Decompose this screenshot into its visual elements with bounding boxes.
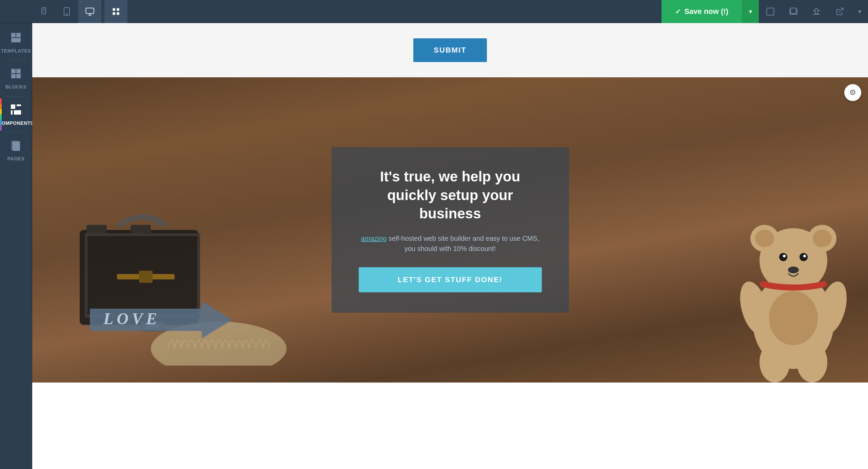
more-options-button[interactable]: ▾	[851, 0, 868, 23]
more-options-icon: ▾	[858, 8, 861, 15]
blocks-icon	[10, 67, 22, 82]
save-now-label: Save now (!)	[684, 7, 728, 16]
sidebar: TEMPLATES BLOCKS	[0, 23, 32, 469]
svg-point-46	[803, 255, 806, 257]
upload-icon	[812, 7, 821, 16]
grid-view-button[interactable]	[104, 0, 127, 23]
toolbar-left	[0, 0, 127, 23]
canvas-area: SUBMIT	[32, 23, 868, 469]
hero-section: LOVE It's true, we help you quickly setu…	[32, 77, 868, 383]
pages-label: PAGES	[7, 156, 24, 161]
frame-icon	[766, 7, 775, 16]
toolbar-right-icons: ▾	[759, 0, 868, 23]
sidebar-item-templates[interactable]: TEMPLATES	[0, 26, 32, 59]
device-mobile-small-button[interactable]	[32, 0, 55, 23]
hero-subtitle: amazing self-hosted web site builder and…	[359, 233, 542, 254]
svg-rect-22	[14, 110, 21, 115]
save-now-button[interactable]: ✓ Save now (!)	[662, 0, 742, 23]
external-link-icon	[835, 7, 844, 16]
svg-rect-24	[13, 141, 20, 151]
save-check-icon: ✓	[675, 7, 681, 16]
svg-rect-20	[17, 104, 21, 106]
svg-rect-7	[113, 12, 115, 15]
external-link-button[interactable]	[828, 0, 851, 23]
svg-rect-11	[791, 8, 796, 13]
svg-point-43	[779, 253, 787, 261]
svg-point-51	[760, 342, 790, 383]
sidebar-item-components[interactable]: COMPONENTS	[0, 98, 32, 131]
hero-subtitle-rest: self-hosted web site builder and easy to…	[387, 235, 539, 252]
upload-button[interactable]	[805, 0, 828, 23]
desktop-icon	[85, 7, 95, 16]
svg-rect-4	[86, 8, 94, 13]
sidebar-item-blocks[interactable]: BLOCKS	[0, 62, 32, 95]
toolbar-separator	[103, 5, 103, 18]
svg-rect-19	[11, 104, 15, 109]
love-sign: LOVE	[90, 301, 232, 338]
svg-rect-9	[767, 8, 774, 15]
svg-point-48	[769, 291, 818, 345]
svg-rect-12	[11, 33, 16, 37]
save-dropdown-button[interactable]: ▾	[742, 0, 759, 23]
device-mobile-button[interactable]	[55, 0, 78, 23]
templates-label: TEMPLATES	[1, 48, 31, 54]
svg-point-3	[66, 13, 67, 14]
frame-button[interactable]	[759, 0, 782, 23]
submit-section: SUBMIT	[32, 23, 868, 77]
canvas-content: SUBMIT	[32, 23, 868, 469]
svg-rect-30	[85, 233, 87, 317]
top-toolbar: ✓ Save now (!) ▾ ▾	[0, 0, 868, 23]
svg-point-44	[800, 253, 808, 261]
submit-button[interactable]: SUBMIT	[413, 38, 487, 62]
components-label: COMPONENTS	[0, 120, 34, 126]
hero-cta-button[interactable]: LET'S GET STUFF DONE!	[359, 267, 542, 292]
svg-rect-28	[85, 233, 200, 236]
mobile-small-icon	[39, 7, 48, 16]
hero-card: It's true, we help you quickly setup you…	[332, 147, 569, 313]
svg-rect-15	[11, 69, 16, 73]
svg-point-52	[797, 342, 827, 383]
save-dropdown-icon: ▾	[749, 8, 752, 15]
layers-icon	[789, 7, 798, 16]
teddy-bear-decoration	[729, 179, 858, 383]
mobile-icon	[62, 7, 72, 16]
templates-icon	[10, 32, 22, 46]
layers-button[interactable]	[782, 0, 805, 23]
hero-title: It's true, we help you quickly setup you…	[359, 168, 542, 223]
hero-settings-button[interactable]: ⚙	[844, 84, 861, 101]
grid-icon	[112, 7, 120, 16]
device-desktop-button[interactable]	[78, 0, 101, 23]
toolbar-right: ✓ Save now (!) ▾ ▾	[662, 0, 868, 23]
svg-rect-14	[11, 38, 21, 42]
svg-rect-5	[113, 8, 115, 11]
svg-rect-13	[16, 33, 21, 37]
svg-rect-18	[16, 74, 21, 78]
sidebar-item-pages[interactable]: PAGES	[0, 134, 32, 167]
svg-rect-8	[117, 12, 119, 15]
sidebar-divider-1	[6, 60, 26, 61]
hero-subtitle-highlight: amazing	[361, 235, 387, 242]
svg-point-47	[788, 267, 799, 273]
svg-rect-33	[139, 271, 153, 283]
svg-rect-17	[11, 74, 16, 78]
sidebar-divider-3	[6, 132, 26, 133]
components-color-bar	[0, 98, 2, 131]
svg-text:LOVE: LOVE	[103, 310, 160, 328]
svg-point-40	[755, 230, 774, 247]
components-icon	[9, 103, 22, 118]
svg-rect-6	[117, 8, 119, 11]
svg-point-42	[813, 230, 832, 247]
svg-rect-16	[16, 69, 21, 73]
svg-point-45	[783, 255, 786, 257]
svg-rect-21	[11, 110, 13, 115]
blocks-label: BLOCKS	[5, 84, 26, 90]
sidebar-divider-2	[6, 96, 26, 97]
main-area: TEMPLATES BLOCKS	[0, 23, 868, 469]
svg-rect-1	[43, 8, 45, 12]
gear-icon: ⚙	[849, 88, 856, 97]
pages-icon	[10, 139, 22, 154]
